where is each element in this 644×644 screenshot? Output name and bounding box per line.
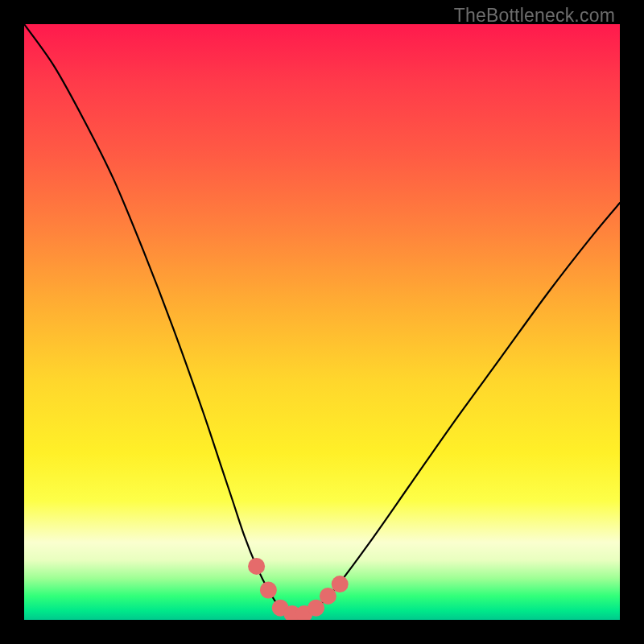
plot-area bbox=[24, 24, 620, 620]
fit-marker bbox=[320, 588, 336, 605]
watermark-text: TheBottleneck.com bbox=[454, 5, 615, 27]
bottleneck-curve-line bbox=[24, 24, 620, 615]
bottleneck-curve-svg bbox=[24, 24, 620, 620]
fit-marker bbox=[308, 600, 324, 617]
fit-marker bbox=[260, 582, 277, 599]
fit-marker bbox=[248, 558, 265, 575]
fit-marker bbox=[332, 576, 349, 592]
fit-region-markers bbox=[248, 558, 349, 620]
chart-frame: TheBottleneck.com bbox=[0, 0, 644, 644]
